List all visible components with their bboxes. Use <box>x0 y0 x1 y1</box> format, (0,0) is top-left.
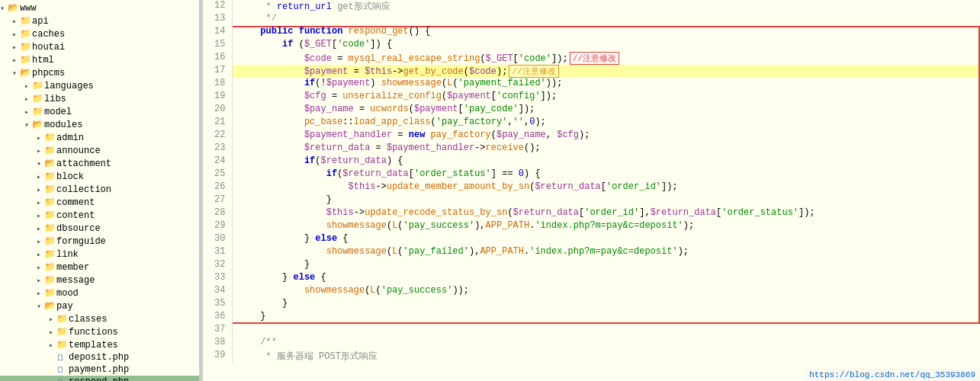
tree-arrow: ▸ <box>49 328 56 337</box>
line-number: 29 <box>203 220 232 233</box>
tree-label: model <box>44 107 199 117</box>
tree-item-content[interactable]: ▸📁content <box>0 209 199 222</box>
line-content: $this->update_member_amount_by_sn($retur… <box>232 181 980 194</box>
line-content: * return_url get形式响应 <box>232 0 980 13</box>
tree-item-block[interactable]: ▸📁block <box>0 170 199 183</box>
line-number: 13 <box>203 13 232 26</box>
tree-item-collection[interactable]: ▸📁collection <box>0 183 199 196</box>
tree-item-phpcms[interactable]: ▾📂phpcms <box>0 66 199 79</box>
tree-arrow: ▸ <box>37 133 44 142</box>
tree-arrow: ▸ <box>37 250 44 259</box>
file-icon: 📁 <box>56 326 69 338</box>
tree-item-attachment[interactable]: ▾📂attachment <box>0 157 199 170</box>
tree-arrow: ▾ <box>24 120 32 130</box>
tree-item-languages[interactable]: ▸📁languages <box>0 79 199 92</box>
tree-label: mood <box>56 288 199 299</box>
line-number: 38 <box>203 337 232 350</box>
code-line-21: 21 pc_base::load_app_class('pay_factory'… <box>203 117 980 130</box>
file-icon: 📁 <box>44 261 56 273</box>
file-icon: 📂 <box>8 2 20 14</box>
tree-item-libs[interactable]: ▸📁libs <box>0 92 199 105</box>
line-content: $cfg = unserialize_config($payment['conf… <box>232 91 980 104</box>
code-line-36: 36 } <box>203 311 980 324</box>
tree-arrow: ▸ <box>37 198 44 207</box>
tree-arrow: ▸ <box>49 315 56 324</box>
line-number: 17 <box>203 65 232 78</box>
line-number: 39 <box>203 350 232 363</box>
file-icon: 📁 <box>20 41 32 53</box>
tree-item-announce[interactable]: ▸📁announce <box>0 144 199 157</box>
file-icon: 🗋 <box>56 353 69 363</box>
tree-item-api[interactable]: ▸📁api <box>0 14 199 27</box>
tree-label: message <box>56 275 199 286</box>
tree-item-dbsource[interactable]: ▸📁dbsource <box>0 222 199 235</box>
line-number: 33 <box>203 272 232 285</box>
file-icon: 📁 <box>44 171 56 182</box>
line-number: 31 <box>203 246 232 259</box>
tree-item-formguide[interactable]: ▸📁formguide <box>0 235 199 248</box>
tree-item-member[interactable]: ▸📁member <box>0 261 199 274</box>
tree-arrow: ▸ <box>37 289 44 298</box>
line-number: 16 <box>203 52 232 65</box>
tree-label: payment.php <box>69 364 199 375</box>
code-line-22: 22 $payment_handler = new pay_factory($p… <box>203 130 980 142</box>
tree-arrow: ▾ <box>0 4 8 13</box>
tree-item-message[interactable]: ▸📁message <box>0 274 199 287</box>
tree-label: attachment <box>56 158 199 169</box>
tree-item-pay[interactable]: ▾📂pay <box>0 299 199 312</box>
line-number: 32 <box>203 259 232 272</box>
tree-label: comment <box>56 197 199 208</box>
file-icon: 📁 <box>32 80 44 91</box>
tree-item-functions[interactable]: ▸📁functions <box>0 325 199 338</box>
tree-label: dbsource <box>56 223 199 234</box>
tree-label: admin <box>56 133 199 143</box>
code-line-15: 15 if ($_GET['code']) { <box>203 39 980 52</box>
tree-item-respond.php[interactable]: 🗋respond.php <box>0 376 199 381</box>
tree-arrow: ▾ <box>37 159 44 168</box>
line-number: 37 <box>203 324 232 337</box>
line-content: } <box>232 259 980 272</box>
tree-item-admin[interactable]: ▸📁admin <box>0 131 199 144</box>
line-number: 15 <box>203 39 232 52</box>
line-content: showmessage(L('pay_success'),APP_PATH.'i… <box>232 220 980 233</box>
tree-item-deposit.php[interactable]: 🗋deposit.php <box>0 351 199 363</box>
line-content: pc_base::load_app_class('pay_factory',''… <box>232 117 980 130</box>
tree-item-payment.php[interactable]: 🗋payment.php <box>0 363 199 376</box>
tree-item-modules[interactable]: ▾📂modules <box>0 118 199 131</box>
line-content: $this->update_recode_status_by_sn($retur… <box>232 207 980 220</box>
tree-item-caches[interactable]: ▸📁caches <box>0 27 199 40</box>
tree-item-houtai[interactable]: ▸📁houtai <box>0 40 199 53</box>
tree-arrow: ▸ <box>37 211 44 220</box>
code-table: 12 * return_url get形式响应13 */14 public fu… <box>203 0 980 363</box>
line-content: $payment = $this->get_by_code($code);//注… <box>232 65 980 78</box>
tree-item-mood[interactable]: ▸📁mood <box>0 287 199 299</box>
line-content: if($return_data['order_status'] == 0) { <box>232 168 980 181</box>
file-icon: 📂 <box>20 67 32 78</box>
tree-item-templates[interactable]: ▸📁templates <box>0 338 199 351</box>
tree-item-comment[interactable]: ▸📁comment <box>0 196 199 209</box>
code-line-26: 26 $this->update_member_amount_by_sn($re… <box>203 181 980 194</box>
code-line-39: 39 * 服务器端 POST形式响应 <box>203 350 980 363</box>
tree-item-link[interactable]: ▸📁link <box>0 248 199 261</box>
line-content: $code = mysql_real_escape_string($_GET['… <box>232 52 980 65</box>
line-content <box>232 324 980 337</box>
code-line-20: 20 $pay_name = ucwords($payment['pay_cod… <box>203 104 980 117</box>
line-number: 20 <box>203 104 232 117</box>
tree-item-classes[interactable]: ▸📁classes <box>0 312 199 325</box>
tree-label: libs <box>44 94 199 104</box>
code-line-31: 31 showmessage(L('pay_failed'),APP_PATH.… <box>203 246 980 259</box>
code-line-28: 28 $this->update_recode_status_by_sn($re… <box>203 207 980 220</box>
line-content: * 服务器端 POST形式响应 <box>232 350 980 363</box>
code-line-25: 25 if($return_data['order_status'] == 0)… <box>203 168 980 181</box>
line-content: /** <box>232 337 980 350</box>
code-editor: 12 * return_url get形式响应13 */14 public fu… <box>203 0 980 381</box>
tree-label: modules <box>44 120 199 130</box>
tree-item-www[interactable]: ▾📂www <box>0 2 199 14</box>
tree-item-html[interactable]: ▸📁html <box>0 53 199 66</box>
tree-label: collection <box>56 184 199 195</box>
line-number: 22 <box>203 130 232 142</box>
file-tree[interactable]: ▾📂www▸📁api▸📁caches▸📁houtai▸📁html▾📂phpcms… <box>0 0 200 381</box>
tree-item-model[interactable]: ▸📁model <box>0 105 199 118</box>
file-icon: 📁 <box>20 28 32 40</box>
code-line-33: 33 } else { <box>203 272 980 285</box>
